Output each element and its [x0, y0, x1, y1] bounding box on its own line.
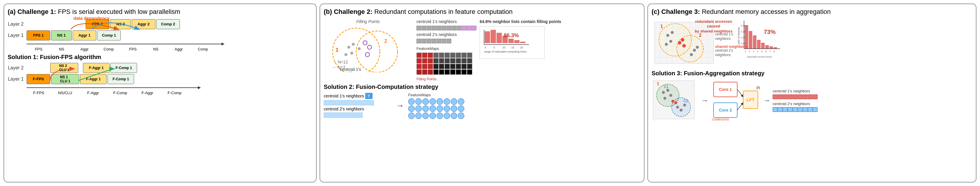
c2-cell — [417, 39, 421, 43]
svg-text:2: 2 — [749, 50, 750, 53]
svg-rect-74 — [753, 35, 756, 49]
svg-point-105 — [676, 106, 679, 109]
clusters-diagram: 1 clusters C1 C2 — [652, 79, 699, 122]
svg-marker-4 — [198, 86, 201, 89]
svg-point-102 — [663, 97, 666, 100]
timeline-bar-layer1-top: FPS 1 NS 1 Aggr 1 Comp 1 data depandency — [27, 30, 312, 40]
axis-sol-svg — [27, 85, 204, 91]
svg-text:8: 8 — [773, 50, 775, 53]
c2-cell — [447, 39, 451, 43]
panel-c-label: (c) — [652, 8, 660, 15]
c1-cell-fp — [472, 26, 476, 30]
panel-b-title: (b) Challenge 2: Redundant computations … — [324, 8, 640, 16]
svg-point-106 — [679, 109, 682, 111]
svg-text:15: 15 — [511, 46, 514, 49]
sol-layer2-label: Layer 2 — [8, 65, 25, 71]
svg-text:5: 5 — [493, 46, 495, 49]
centroid1-grid — [417, 26, 476, 30]
challenge3-content: 1 2 centroid 1's neighbors centroid 2's … — [652, 19, 972, 68]
svg-point-103 — [671, 100, 674, 103]
svg-text:- - N=7: - - N=7 — [332, 65, 345, 70]
sol3-nl: centroid 1's neighbors centroid 2's neig… — [773, 89, 818, 112]
circles-svg: centroid 1's neighbors 1 2 — [324, 25, 412, 72]
svg-rect-21 — [485, 31, 490, 43]
sol2-c2-label: centroid 2's neighbors — [324, 107, 391, 111]
filling-points-label2: Filling Points — [417, 77, 476, 81]
challenge3-grid-area: 1 2 centroid 1's neighbors centroid 2's … — [652, 19, 734, 68]
stat-text: 64.8% neighbor lists contain filling poi… — [480, 19, 640, 24]
svg-text:C2: C2 — [684, 99, 688, 103]
sol3-c2-grid — [773, 107, 818, 112]
core-svg: Core 1 Core 2 LFT Pi coalescing — [711, 79, 761, 121]
svg-point-61 — [671, 31, 674, 34]
svg-text:range of redundant computing t: range of redundant computing times — [484, 50, 527, 53]
sol2-c1-label: centroid 1's neighbors — [324, 94, 364, 98]
layer1-label-top: Layer 1 — [8, 33, 25, 38]
c1-cell — [447, 26, 451, 30]
svg-text:3: 3 — [753, 50, 754, 53]
block-sol-faggr1b: F-Aggr 1 — [80, 74, 107, 84]
sol-axis-ffps: F-FPS — [27, 91, 51, 95]
svg-point-59 — [669, 40, 672, 43]
svg-text:1: 1 — [745, 50, 746, 53]
stat-area: 64.8% neighbor lists contain filling poi… — [480, 19, 640, 59]
svg-point-56 — [682, 44, 686, 48]
svg-rect-23 — [496, 33, 502, 43]
svg-rect-77 — [765, 45, 769, 49]
svg-text:73%: 73% — [764, 29, 776, 35]
main-container: (a) Challenge 1: FPS is serial executed … — [0, 0, 980, 186]
svg-text:1: 1 — [657, 81, 659, 86]
svg-text:Core 1: Core 1 — [719, 87, 732, 92]
histogram-c-svg: ratio of #points 0.35 0.25 — [737, 19, 788, 64]
axis-sol — [27, 85, 312, 91]
svg-text:7: 7 — [769, 50, 771, 53]
sol-layer1-row: Layer 1 F-FPS NS 1CLU 1 F-Aggr 1 F-Comp … — [8, 74, 312, 84]
axis-label-ns: NS — [51, 47, 72, 51]
panel-a: (a) Challenge 1: FPS is serial executed … — [3, 3, 317, 183]
solution3-title: Solution 3: Fusion-Aggregation strategy — [652, 70, 972, 77]
neighbor-lists-top: centroid 1's neighbors centroid 2 — [417, 19, 476, 81]
solution1-timeline: Layer 2 NS 2CLU 2 F-Aggr 1 F-Comp 1 Laye… — [8, 63, 312, 95]
svg-point-16 — [365, 52, 369, 57]
centroid1-nl-label: centroid 1's neighbors — [417, 19, 476, 24]
svg-point-100 — [666, 89, 669, 92]
svg-point-57 — [681, 38, 684, 41]
svg-text:1: 1 — [336, 47, 339, 53]
centroid2-grid — [417, 39, 476, 43]
sol3-c1-label: centroid 1's neighbors — [773, 89, 818, 93]
sol2-fm-grid — [408, 98, 464, 119]
panel-b-desc: Redundant computations in feature comput… — [374, 8, 512, 15]
svg-text:ratio of #points: ratio of #points — [737, 27, 740, 45]
svg-line-119 — [737, 103, 743, 110]
axis-sol-labels: F-FPS NS/CLU F-Aggr F-Comp F-Aggr F-Comp — [27, 91, 312, 95]
svg-point-64 — [690, 53, 693, 56]
svg-point-6 — [356, 31, 398, 72]
svg-point-10 — [350, 52, 353, 55]
c2-cell — [431, 39, 436, 43]
svg-marker-2 — [221, 43, 224, 46]
sol-axis-fcomp2: F-Comp — [161, 91, 188, 95]
axis-label-comp2: Comp — [191, 47, 215, 51]
circles-diagram: Filling Points centroid 1's neighbors — [324, 19, 412, 73]
axis-label-ns2: NS — [145, 47, 167, 51]
svg-text:neighbors: neighbors — [715, 37, 731, 41]
svg-point-15 — [368, 45, 372, 49]
c2-cell — [442, 39, 446, 43]
panel-a-challenge: Challenge 1: — [18, 8, 56, 15]
svg-text:86.3%: 86.3% — [504, 32, 519, 38]
axis-top-labels: FPS NS Aggr Comp FPS NS Aggr Comp — [27, 47, 312, 51]
svg-point-107 — [683, 103, 686, 107]
svg-text:0: 0 — [485, 46, 486, 49]
panel-c-title: (c) Challenge 3: Redundant memory access… — [652, 8, 972, 16]
sol-axis-nsclu: NS/CLU — [51, 91, 80, 95]
c1-cell — [452, 26, 456, 30]
sol-layer1-label: Layer 1 — [8, 76, 25, 82]
c1-cell — [422, 26, 426, 30]
svg-rect-25 — [508, 39, 514, 43]
svg-text:20: 20 — [520, 46, 523, 49]
svg-text:→ N=12: → N=12 — [332, 60, 348, 64]
c1-cell — [436, 26, 441, 30]
layer2-label-top: Layer 2 — [8, 22, 25, 27]
svg-point-55 — [678, 41, 681, 45]
axis-top-svg — [27, 41, 228, 47]
